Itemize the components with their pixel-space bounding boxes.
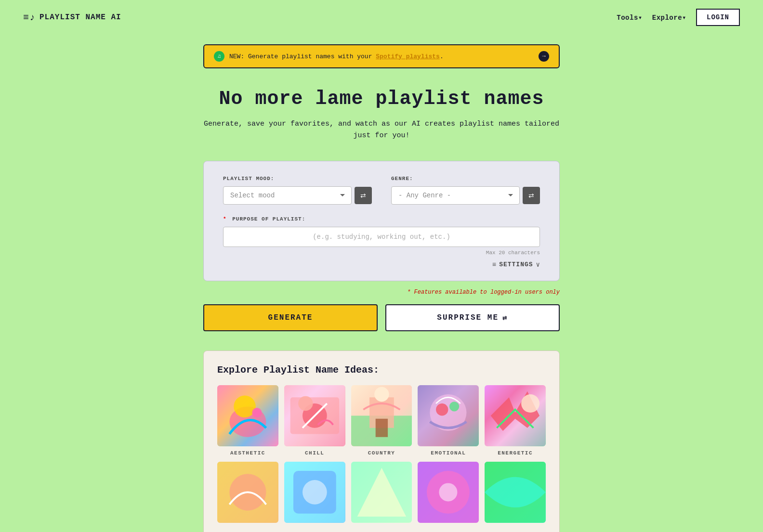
settings-chevron-icon: ∨ xyxy=(536,260,540,269)
hero-title: No more lame playlist names xyxy=(203,88,560,111)
form-top-row: PLAYLIST MOOD: Select mood Happy Sad Ene… xyxy=(223,176,540,205)
svg-point-23 xyxy=(303,480,327,505)
logo-text: PLAYLIST NAME AI xyxy=(39,13,121,22)
logo[interactable]: ≡♪ PLAYLIST NAME AI xyxy=(23,12,121,23)
explore-grid-row2 xyxy=(217,462,546,527)
banner-arrow-icon[interactable]: → xyxy=(539,51,549,62)
genre-select-wrapper: - Any Genre - Pop Rock Hip-Hop Jazz Clas… xyxy=(391,186,540,205)
explore-thumb-row2-4 xyxy=(418,462,479,523)
explore-thumb-emotional xyxy=(418,385,479,446)
explore-item-chill[interactable]: CHILL xyxy=(284,385,345,456)
explore-item-row2-3[interactable] xyxy=(351,462,412,527)
explore-label-country: COUNTRY xyxy=(368,450,395,456)
surprise-label: SURPRISE ME xyxy=(437,313,499,322)
explore-menu[interactable]: Explore▾ xyxy=(652,13,686,22)
main-content: ♫ NEW: Generate playlist names with your… xyxy=(194,35,569,532)
explore-thumb-row2-1 xyxy=(217,462,278,523)
explore-label-emotional: EMOTIONAL xyxy=(431,450,466,456)
mood-col: PLAYLIST MOOD: Select mood Happy Sad Ene… xyxy=(223,176,372,205)
char-limit-text: Max 20 characters xyxy=(223,250,540,256)
svg-point-3 xyxy=(252,408,262,417)
explore-item-country[interactable]: COUNTRY xyxy=(351,385,412,456)
explore-label-chill: CHILL xyxy=(305,450,325,456)
explore-thumb-chill xyxy=(284,385,345,446)
tools-menu[interactable]: Tools▾ xyxy=(617,13,642,22)
svg-rect-12 xyxy=(375,419,387,437)
mood-shuffle-button[interactable]: ⇄ xyxy=(355,187,372,204)
explore-thumb-country xyxy=(351,385,412,446)
genre-col: GENRE: - Any Genre - Pop Rock Hip-Hop Ja… xyxy=(391,176,540,205)
svg-point-11 xyxy=(374,387,389,402)
purpose-input[interactable] xyxy=(223,227,540,247)
spotify-link[interactable]: Spotify playlists xyxy=(376,53,440,60)
spotify-banner[interactable]: ♫ NEW: Generate playlist names with your… xyxy=(203,44,560,68)
svg-point-18 xyxy=(521,394,539,413)
svg-point-16 xyxy=(449,402,459,411)
svg-point-27 xyxy=(439,483,458,501)
explore-section: Explore Playlist Name Ideas: AESTHETIC xyxy=(203,350,560,532)
mood-select-wrapper: Select mood Happy Sad Energetic Chill Ro… xyxy=(223,186,372,205)
svg-point-15 xyxy=(436,403,448,415)
banner-text: NEW: Generate playlist names with your S… xyxy=(229,53,534,60)
explore-item-energetic[interactable]: ENERGETIC xyxy=(485,385,546,456)
spotify-icon: ♫ xyxy=(214,51,224,62)
logo-icon: ≡♪ xyxy=(23,12,36,23)
svg-point-7 xyxy=(298,396,313,411)
required-asterisk: * xyxy=(223,216,227,222)
settings-icon: ≡ xyxy=(492,261,496,269)
explore-thumb-energetic xyxy=(485,385,546,446)
explore-thumb-aesthetic xyxy=(217,385,278,446)
explore-item-row2-2[interactable] xyxy=(284,462,345,527)
explore-label-aesthetic: AESTHETIC xyxy=(230,450,265,456)
explore-label-energetic: ENERGETIC xyxy=(498,450,533,456)
nav-right: Tools▾ Explore▾ LOGIN xyxy=(617,9,740,26)
genre-select[interactable]: - Any Genre - Pop Rock Hip-Hop Jazz Clas… xyxy=(391,186,520,205)
explore-thumb-row2-2 xyxy=(284,462,345,523)
settings-row[interactable]: ≡ SETTINGS ∨ xyxy=(223,256,540,269)
surprise-icon: ⇄ xyxy=(502,313,508,323)
settings-label: SETTINGS xyxy=(499,261,533,268)
mood-label: PLAYLIST MOOD: xyxy=(223,176,372,182)
genre-shuffle-button[interactable]: ⇄ xyxy=(523,187,540,204)
purpose-row: * PURPOSE OF PLAYLIST: Max 20 characters xyxy=(223,216,540,256)
login-button[interactable]: LOGIN xyxy=(696,9,740,26)
mood-select[interactable]: Select mood Happy Sad Energetic Chill Ro… xyxy=(223,186,352,205)
explore-item-emotional[interactable]: EMOTIONAL xyxy=(418,385,479,456)
hero-subtitle: Generate, save your favorites, and watch… xyxy=(203,118,560,142)
genre-label: GENRE: xyxy=(391,176,540,182)
logged-in-note: * Features available to logged-in users … xyxy=(203,289,560,296)
explore-thumb-row2-5 xyxy=(485,462,546,523)
explore-grid: AESTHETIC CHILL xyxy=(217,385,546,456)
form-card: PLAYLIST MOOD: Select mood Happy Sad Ene… xyxy=(203,161,560,281)
surprise-button[interactable]: SURPRISE ME ⇄ xyxy=(385,304,560,331)
generate-button[interactable]: GENERATE xyxy=(203,304,378,331)
explore-item-row2-5[interactable] xyxy=(485,462,546,527)
purpose-label: * PURPOSE OF PLAYLIST: xyxy=(223,216,540,222)
explore-title: Explore Playlist Name Ideas: xyxy=(217,364,546,376)
explore-thumb-row2-3 xyxy=(351,462,412,523)
explore-item-aesthetic[interactable]: AESTHETIC xyxy=(217,385,278,456)
navigation: ≡♪ PLAYLIST NAME AI Tools▾ Explore▾ LOGI… xyxy=(0,0,763,35)
action-buttons: GENERATE SURPRISE ME ⇄ xyxy=(203,304,560,331)
explore-item-row2-4[interactable] xyxy=(418,462,479,527)
explore-item-row2-1[interactable] xyxy=(217,462,278,527)
